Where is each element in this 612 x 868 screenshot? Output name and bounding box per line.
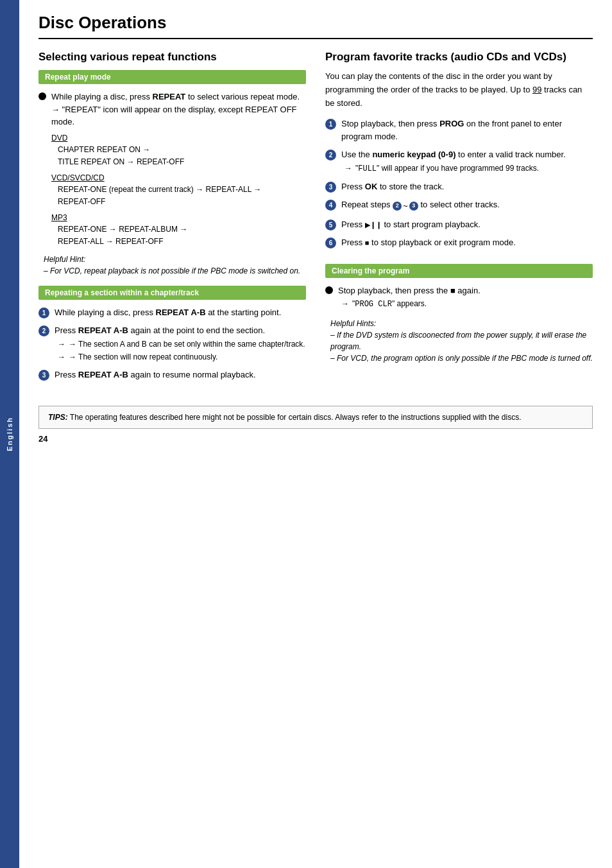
program-item-6: 6 Press ■ to stop playback or exit progr… (325, 236, 593, 249)
stop-symbol: ■ (450, 286, 455, 295)
repeat-play-mode-banner: Repeat play mode (38, 70, 306, 84)
prog-num-circle-3: 3 (325, 182, 336, 193)
clear-sub-arrow: → "PROG CLR" appears. (341, 298, 480, 310)
dvd-label: DVD (51, 134, 306, 143)
arrow-icon-2a: → (58, 338, 65, 350)
page: English Disc Operations Selecting variou… (0, 0, 612, 868)
page-number: 24 (38, 434, 593, 444)
program-item-6-text: Press ■ to stop playback or exit program… (341, 236, 516, 249)
arrow-icon-2b: → (58, 351, 65, 363)
program-item-3-text: Press OK to store the track. (341, 180, 444, 193)
clear-sub-text: "PROG CLR" appears. (352, 298, 427, 310)
program-item-2: 2 Use the numeric keypad (0-9) to enter … (325, 148, 593, 175)
repeat-ab-item-3-text: Press REPEAT A-B again to resume normal … (55, 369, 256, 381)
stop-icon: ■ (365, 239, 370, 247)
hint-1-text: – If the DVD system is discoonected from… (330, 331, 586, 351)
text-again-end: again at the point to end the section. (128, 326, 265, 335)
dvd-text: CHAPTER REPEAT ON → TITLE REPEAT ON → RE… (58, 144, 306, 168)
text-stop-playback: Stop playback, then press (341, 119, 439, 128)
text-while-playing: While playing a disc, press (51, 92, 153, 101)
right-helpful-hints: Helpful Hints: – If the DVD system is di… (330, 318, 593, 364)
text-at-start: at the starting point. (206, 308, 282, 317)
page-title: Disc Operations (38, 13, 593, 39)
prog-num-circle-2: 2 (325, 150, 336, 161)
sub-arrow-2a: → → The section A and B can be set only … (58, 338, 305, 350)
repeating-section-banner: Repeating a section within a chapter/tra… (38, 286, 306, 300)
vcd-text: REPEAT-ONE (repeat the current track) → … (58, 184, 306, 208)
mp3-line1: REPEAT-ONE → REPEAT-ALBUM → (58, 225, 187, 234)
main-content: Disc Operations Selecting various repeat… (19, 0, 612, 463)
left-column: Selecting various repeat functions Repea… (38, 51, 306, 386)
program-item-4-text: Repeat steps 2~3 to select other tracks. (341, 198, 500, 213)
step-ref-circles: 2~3 (393, 200, 418, 213)
play-pause-icon: ▶❙❙ (365, 221, 382, 229)
helpful-hint-repeat: Helpful Hint: – For VCD, repeat playback… (44, 254, 306, 277)
prog-sub-text-2: "FULL" will appear if you have programme… (355, 162, 539, 175)
num-circle-1: 1 (38, 308, 49, 318)
right-section-heading: Program favorite tracks (audio CDs and V… (325, 51, 593, 64)
left-section-heading: Selecting various repeat functions (38, 51, 306, 64)
program-item-5-text: Press ▶❙❙ to start program playback. (341, 218, 480, 231)
step-tilde: ~ (403, 200, 408, 213)
mp3-line2: REPEAT-ALL → REPEAT-OFF (58, 237, 163, 246)
mp3-text: REPEAT-ONE → REPEAT-ALBUM → REPEAT-ALL →… (58, 223, 306, 248)
sub-arrow-2b: → → The section will now repeat continuo… (58, 351, 305, 363)
text-resume: again to resume normal playback. (128, 370, 256, 379)
repeat-bullet-1-text: While playing a disc, press REPEAT to se… (51, 91, 306, 128)
tips-label: TIPS: (48, 413, 68, 422)
sub-text-2b: → The section will now repeat continuous… (69, 351, 217, 363)
helpful-hint-title: Helpful Hint: (44, 255, 85, 264)
num-circle-3: 3 (38, 370, 49, 381)
num-circle-2: 2 (38, 326, 49, 336)
prog-num-circle-1: 1 (325, 119, 336, 130)
vcd-label: VCD/SVCD/CD (51, 173, 306, 182)
two-column-layout: Selecting various repeat functions Repea… (38, 51, 593, 386)
text-numeric-keypad: numeric keypad (0-9) (372, 150, 455, 159)
prog-num-circle-4: 4 (325, 200, 336, 211)
text-to-enter: to enter a valid track number. (455, 150, 565, 159)
clearing-program-banner: Clearing the program (325, 264, 593, 278)
tips-text: The operating features described here mi… (70, 413, 522, 422)
prog-sub-arrow-2: → "FULL" will appear if you have program… (344, 162, 566, 175)
hint-2-text: – For VCD, the program option is only po… (330, 354, 593, 363)
repeat-ab-item-1: 1 While playing a disc, press REPEAT A-B… (38, 306, 306, 319)
helpful-hint-text: – For VCD, repeat playback is not possib… (44, 266, 300, 275)
repeat-ab-item-2: 2 Press REPEAT A-B again at the point to… (38, 324, 306, 363)
repeat-bullet-1: While playing a disc, press REPEAT to se… (38, 91, 306, 128)
vcd-line1: REPEAT-ONE (repeat the current track) → … (58, 185, 261, 194)
program-item-3: 3 Press OK to store the track. (325, 180, 593, 193)
sub-text-2a: → The section A and B can be set only wi… (69, 338, 305, 350)
tracks-count: 99 (532, 85, 541, 94)
repeat-ab-item-1-text: While playing a disc, press REPEAT A-B a… (55, 306, 281, 319)
clear-arrow-icon: → (341, 298, 349, 310)
prog-num-circle-6: 6 (325, 238, 336, 248)
mp3-section: MP3 REPEAT-ONE → REPEAT-ALBUM → REPEAT-A… (51, 213, 306, 248)
repeat-sub-text: → "REPEAT" icon will appear on the displ… (51, 105, 297, 127)
vcd-line2: REPEAT-OFF (58, 197, 105, 206)
text-use-the: Use the (341, 150, 372, 159)
prog-arrow-icon-2: → (344, 162, 352, 175)
program-item-2-text: Use the numeric keypad (0-9) to enter a … (341, 148, 566, 175)
right-hints-title: Helpful Hints: (330, 319, 376, 328)
text-repeat-ab-2-bold: REPEAT A-B (78, 326, 128, 335)
program-item-4: 4 Repeat steps 2~3 to select other track… (325, 198, 593, 213)
tips-bar: TIPS: The operating features described h… (38, 406, 593, 429)
program-item-1-text: Stop playback, then press PROG on the fr… (341, 117, 593, 143)
program-intro: You can play the contents of the disc in… (325, 70, 593, 110)
text-repeat-bold: REPEAT (153, 92, 186, 101)
text-again: again. (455, 286, 480, 295)
repeat-ab-item-2-text: Press REPEAT A-B again at the point to e… (55, 324, 305, 363)
text-repeat-ab-bold: REPEAT A-B (156, 308, 206, 317)
step-ref-3: 3 (409, 202, 418, 211)
text-press-3: Press (55, 370, 78, 379)
right-column: Program favorite tracks (audio CDs and V… (325, 51, 593, 386)
sidebar: English (0, 0, 19, 868)
program-item-5: 5 Press ▶❙❙ to start program playback. (325, 218, 593, 231)
text-ok-bold: OK (365, 182, 378, 191)
program-item-1: 1 Stop playback, then press PROG on the … (325, 117, 593, 143)
repeat-ab-item-3: 3 Press REPEAT A-B again to resume norma… (38, 369, 306, 381)
text-stop-playback-clear: Stop playback, then press the (338, 286, 450, 295)
dvd-section: DVD CHAPTER REPEAT ON → TITLE REPEAT ON … (51, 134, 306, 168)
prog-num-circle-5: 5 (325, 220, 336, 230)
text-press-2: Press (55, 326, 78, 335)
